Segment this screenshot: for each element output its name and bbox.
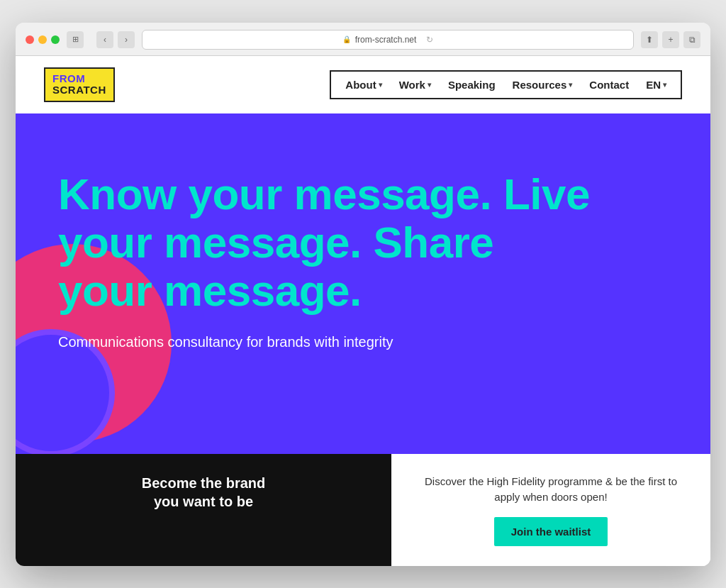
- nav-item-work[interactable]: Work ▾: [399, 79, 431, 91]
- hero-subheadline: Communications consultancy for brands wi…: [58, 332, 590, 352]
- url-text: from-scratch.net: [355, 35, 417, 45]
- chevron-down-icon: ▾: [379, 81, 382, 89]
- nav-item-language[interactable]: EN ▾: [646, 79, 666, 91]
- site-header: FROM SCRATCH About ▾ Work ▾ S: [16, 56, 710, 113]
- browser-nav: ‹ ›: [96, 31, 135, 48]
- browser-chrome: ⊞ ‹ › 🔒 from-scratch.net ↻ ⬆ + ⧉: [16, 23, 710, 56]
- tabs-icon[interactable]: ⧉: [683, 31, 700, 48]
- main-nav: About ▾ Work ▾ Speaking Resources ▾: [330, 70, 682, 99]
- logo-area[interactable]: FROM SCRATCH: [44, 67, 115, 102]
- reload-icon: ↻: [426, 35, 433, 45]
- hero-section: Know your message. Live your message. Sh…: [16, 113, 710, 454]
- hero-content: Know your message. Live your message. Sh…: [58, 170, 590, 353]
- nav-item-about[interactable]: About ▾: [345, 79, 381, 91]
- logo-text: FROM SCRATCH: [52, 73, 106, 96]
- cta-black-text: Become the brandyou want to be: [30, 474, 377, 511]
- maximize-button[interactable]: [51, 35, 60, 44]
- logo-scratch: SCRATCH: [52, 84, 106, 96]
- browser-actions: ⬆ + ⧉: [641, 31, 700, 48]
- traffic-lights: [26, 35, 60, 44]
- cta-black-panel: Become the brandyou want to be: [16, 454, 391, 566]
- sidebar-toggle-icon[interactable]: ⊞: [67, 31, 84, 48]
- browser-window: ⊞ ‹ › 🔒 from-scratch.net ↻ ⬆ + ⧉: [16, 23, 710, 566]
- chevron-down-icon: ▾: [569, 81, 572, 89]
- nav-item-resources[interactable]: Resources ▾: [513, 79, 573, 91]
- join-waitlist-button[interactable]: Join the waitlist: [494, 517, 608, 546]
- logo-from: FROM: [52, 72, 85, 84]
- cta-white-panel: Discover the High Fidelity programme & b…: [391, 454, 710, 566]
- nav-menu: About ▾ Work ▾ Speaking Resources ▾: [345, 79, 666, 91]
- hero-headline: Know your message. Live your message. Sh…: [58, 170, 590, 316]
- logo-box: FROM SCRATCH: [44, 67, 115, 102]
- address-bar[interactable]: 🔒 from-scratch.net ↻: [142, 30, 634, 50]
- share-icon[interactable]: ⬆: [641, 31, 658, 48]
- new-tab-icon[interactable]: +: [662, 31, 679, 48]
- cta-white-text: Discover the High Fidelity programme & b…: [413, 474, 689, 506]
- chevron-down-icon: ▾: [663, 81, 666, 89]
- cta-section: Become the brandyou want to be Discover …: [16, 454, 710, 566]
- lock-icon: 🔒: [342, 35, 351, 43]
- back-button[interactable]: ‹: [96, 31, 113, 48]
- minimize-button[interactable]: [38, 35, 47, 44]
- forward-button[interactable]: ›: [118, 31, 135, 48]
- website-content: FROM SCRATCH About ▾ Work ▾ S: [16, 56, 710, 566]
- nav-item-speaking[interactable]: Speaking: [448, 79, 496, 91]
- chevron-down-icon: ▾: [428, 81, 431, 89]
- nav-item-contact[interactable]: Contact: [589, 79, 629, 91]
- close-button[interactable]: [26, 35, 34, 44]
